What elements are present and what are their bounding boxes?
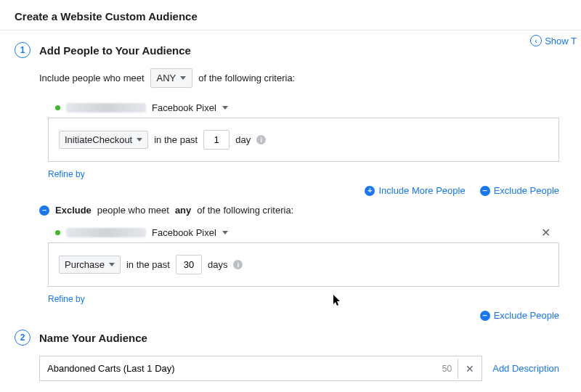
exclude-people-link-2[interactable]: – Exclude People <box>480 310 559 321</box>
exclude-people-link[interactable]: – Exclude People <box>480 185 559 196</box>
minus-circle-icon: – <box>480 311 490 321</box>
plus-circle-icon: + <box>365 186 375 196</box>
include-more-people-label: Include More People <box>378 185 465 196</box>
include-pixel-dropdown[interactable]: Facebook Pixel <box>48 98 235 118</box>
exclude-past-label: in the past <box>126 259 170 270</box>
exclude-event-label: Purchase <box>65 259 105 270</box>
info-icon[interactable]: i <box>256 135 266 144</box>
include-criteria-box: InitiateCheckout in the past day i <box>48 118 559 162</box>
pixel-status-dot-icon <box>55 230 60 235</box>
caret-down-icon <box>109 263 115 266</box>
include-more-people-link[interactable]: + Include More People <box>365 185 465 196</box>
exclude-pixel-label: Facebook Pixel <box>152 227 216 238</box>
exclude-rest: people who meet <box>97 205 169 216</box>
char-remaining: 50 <box>436 364 458 374</box>
caret-down-icon <box>222 231 228 234</box>
exclude-pixel-dropdown[interactable]: Facebook Pixel <box>48 223 235 242</box>
caret-down-icon <box>222 106 228 110</box>
include-event-label: InitiateCheckout <box>65 134 132 145</box>
clear-name-button[interactable]: ✕ <box>458 359 482 379</box>
exclude-event-dropdown[interactable]: Purchase <box>59 256 121 274</box>
step-1-title: Add People to Your Audience <box>39 44 191 57</box>
include-refine-by-link[interactable]: Refine by <box>48 169 559 179</box>
pixel-status-dot-icon <box>55 105 60 110</box>
pixel-id-redacted <box>66 103 146 113</box>
exclude-suffix: of the following criteria: <box>197 205 293 216</box>
show-tips-link[interactable]: ‹ Show T <box>530 35 577 46</box>
remove-exclude-button[interactable]: ✕ <box>537 226 555 240</box>
exclude-days-input[interactable] <box>176 255 202 274</box>
include-criteria-sentence: Include people who meet ANY of the follo… <box>39 68 559 88</box>
exclude-people-label: Exclude People <box>494 185 559 196</box>
caret-down-icon <box>180 76 186 80</box>
exclude-days-unit: days <box>208 259 227 270</box>
minus-circle-icon: – <box>480 186 490 196</box>
audience-name-field-wrap: 50 ✕ <box>39 356 482 381</box>
exclude-strong: Exclude <box>55 205 92 216</box>
include-suffix: of the following criteria: <box>198 73 295 83</box>
caret-down-icon <box>137 138 142 142</box>
include-mode-label: ANY <box>157 73 176 83</box>
exclude-refine-by-link[interactable]: Refine by <box>48 294 559 304</box>
add-description-link[interactable]: Add Description <box>492 363 559 374</box>
include-prefix: Include people who meet <box>39 73 145 83</box>
audience-name-input[interactable] <box>40 356 436 380</box>
include-event-dropdown[interactable]: InitiateCheckout <box>59 131 148 149</box>
include-mode-dropdown[interactable]: ANY <box>150 68 193 88</box>
chevron-left-icon: ‹ <box>530 35 542 46</box>
step-2-title: Name Your Audience <box>39 332 147 344</box>
include-past-label: in the past <box>154 134 198 145</box>
exclude-any: any <box>175 205 191 216</box>
pixel-id-redacted <box>66 228 146 237</box>
page-title: Create a Website Custom Audience <box>0 0 581 30</box>
step-2-badge: 2 <box>15 330 31 346</box>
info-icon[interactable]: i <box>233 260 243 269</box>
show-tips-label: Show T <box>545 36 577 46</box>
minus-circle-icon: – <box>39 205 49 216</box>
include-days-input[interactable] <box>203 130 229 150</box>
exclude-criteria-box: Purchase in the past days i <box>48 242 559 287</box>
exclude-people-label-2: Exclude People <box>494 310 559 321</box>
include-days-unit: day <box>235 134 251 145</box>
include-pixel-label: Facebook Pixel <box>152 102 216 113</box>
exclude-criteria-sentence: – Exclude people who meet any of the fol… <box>39 205 559 216</box>
step-1-badge: 1 <box>15 42 31 58</box>
